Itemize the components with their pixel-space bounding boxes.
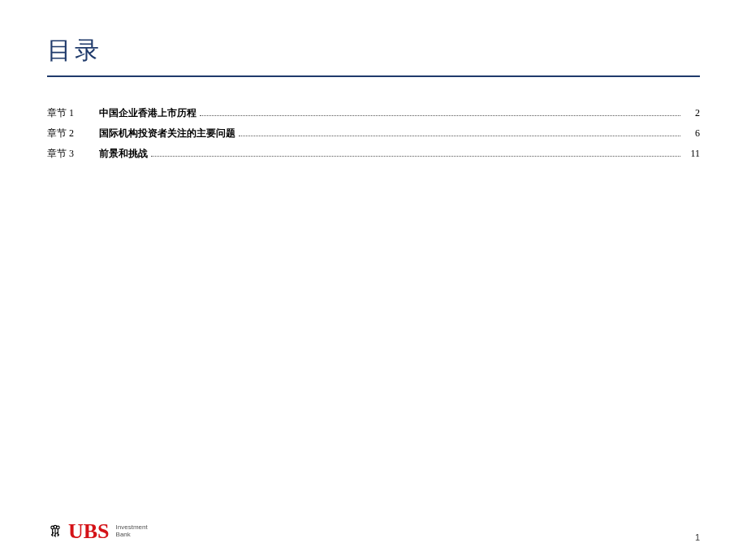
table-of-contents: 章节 1 中国企业香港上市历程 2 章节 2 国际机构投资者关注的主要问题 6 …	[47, 106, 700, 161]
toc-entry-title: 国际机构投资者关注的主要问题	[99, 127, 235, 140]
toc-leader-dots	[200, 115, 680, 116]
toc-page-number: 11	[684, 148, 700, 160]
toc-item: 章节 1 中国企业香港上市历程 2	[47, 106, 700, 120]
toc-chapter-label: 章节 3	[47, 147, 99, 161]
toc-item: 章节 3 前景和挑战 11	[47, 147, 700, 161]
page-number: 1	[695, 532, 700, 542]
ubs-wordmark: UBS	[68, 521, 110, 542]
toc-entry-title: 前景和挑战	[99, 147, 148, 161]
page-title: 目录	[47, 34, 700, 67]
ubs-logo: UBS Investment Bank	[47, 521, 148, 542]
keys-icon	[47, 523, 63, 540]
page-footer: UBS Investment Bank 1	[47, 521, 700, 542]
ubs-subbrand: Investment Bank	[116, 524, 148, 539]
ubs-sub-line2: Bank	[116, 532, 148, 539]
toc-chapter-label: 章节 1	[47, 106, 99, 120]
toc-page-number: 2	[684, 107, 700, 119]
toc-entry-title: 中国企业香港上市历程	[99, 106, 196, 120]
toc-item: 章节 2 国际机构投资者关注的主要问题 6	[47, 127, 700, 140]
toc-chapter-label: 章节 2	[47, 127, 99, 140]
toc-leader-dots	[151, 156, 680, 157]
toc-page-number: 6	[684, 127, 700, 140]
svg-point-2	[54, 525, 57, 528]
toc-leader-dots	[239, 136, 680, 136]
title-divider	[47, 75, 700, 77]
